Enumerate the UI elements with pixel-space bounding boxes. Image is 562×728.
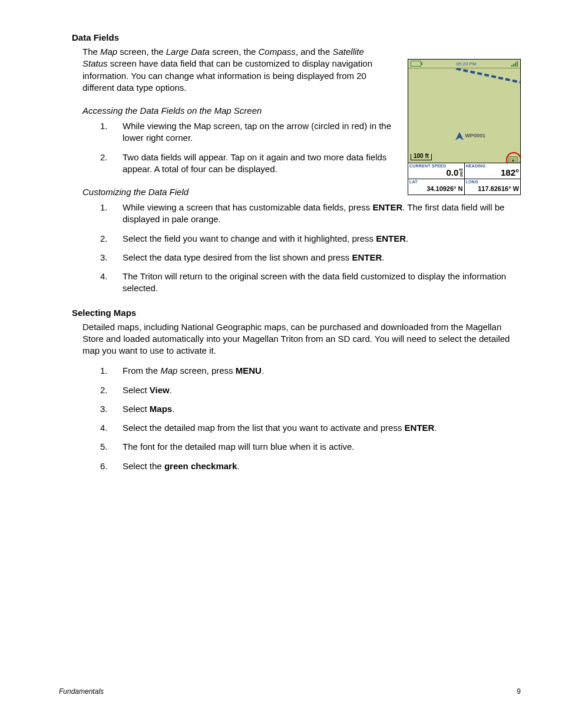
list-item: Select the green checkmark. — [94, 460, 521, 472]
route-line — [456, 68, 520, 85]
speed-value: 0.0mph — [409, 168, 463, 177]
map-scale: 100 ft — [411, 154, 432, 160]
device-map-area: WP0001 100 ft ▲ — [408, 68, 520, 163]
list-item: The Triton will return to the original s… — [94, 271, 521, 295]
device-data-row-2: LAT 34.10926° N LONG 117.82616° W — [408, 179, 520, 195]
heading-selecting-maps: Selecting Maps — [72, 308, 521, 318]
footer-page-number: 9 — [517, 687, 521, 696]
list-item: The font for the detailed map will turn … — [94, 441, 521, 453]
signal-icon — [511, 61, 518, 67]
device-data-row-1: CURRENT SPEED 0.0mph HEADING 182° — [408, 163, 520, 179]
list-item: Select the detailed map from the list th… — [94, 422, 521, 434]
list-item: While viewing the Map screen, tap on the… — [94, 120, 399, 144]
footer-chapter: Fundamentals — [59, 687, 104, 696]
para-data-fields-intro: The Map screen, the Large Data screen, t… — [82, 46, 383, 94]
device-time: 05:23 PM — [456, 61, 476, 67]
lat-label: LAT — [409, 180, 463, 184]
red-circle-highlight — [506, 152, 520, 163]
list-item: Select Maps. — [94, 403, 521, 415]
device-topbar: 05:23 PM — [408, 60, 520, 68]
para-selecting-maps-intro: Detailed maps, including National Geogra… — [82, 321, 521, 357]
waypoint-marker: WP0001 — [455, 132, 485, 140]
list-selecting-maps: From the Map screen, press MENU. Select … — [94, 365, 521, 472]
gps-device-screenshot: 05:23 PM WP0001 100 ft ▲ CURRENT SPEED 0… — [408, 59, 521, 195]
list-item: While viewing a screen that has customiz… — [94, 202, 521, 226]
long-value: 117.82616° W — [466, 184, 520, 193]
list-item: Select the field you want to change and … — [94, 233, 521, 245]
battery-icon — [411, 61, 421, 67]
list-item: Select the data type desired from the li… — [94, 252, 521, 263]
page-footer: Fundamentals 9 — [59, 687, 521, 696]
lat-value: 34.10926° N — [409, 184, 463, 193]
long-label: LONG — [466, 180, 520, 184]
list-customizing: While viewing a screen that has customiz… — [94, 202, 521, 295]
list-item: Select View. — [94, 384, 521, 396]
heading-value: 182° — [466, 168, 520, 177]
list-item: From the Map screen, press MENU. — [94, 365, 521, 377]
svg-marker-0 — [455, 132, 464, 140]
heading-data-fields: Data Fields — [72, 32, 521, 42]
list-item: Two data fields will appear. Tap on it a… — [94, 151, 399, 176]
